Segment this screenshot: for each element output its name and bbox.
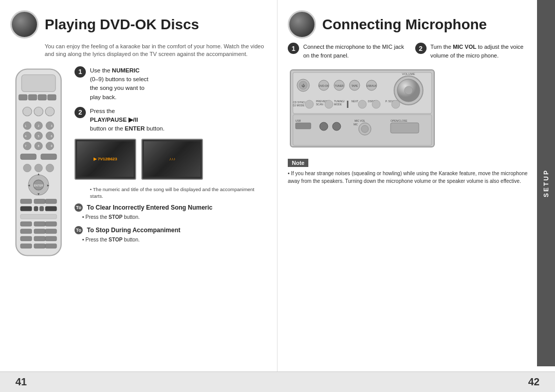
svg-rect-39 (21, 199, 32, 203)
svg-text:3: 3 (51, 124, 52, 127)
screen-2-inner: ♪♪♪ (144, 141, 200, 176)
dvd-disc-icon (10, 10, 39, 39)
svg-rect-49 (45, 221, 57, 226)
svg-rect-57 (34, 244, 45, 248)
callout-1-bullet: Press the STOP button. (82, 214, 267, 221)
step2-bold2: ENTER (125, 125, 145, 132)
step1-bold1: NUMERIC (112, 67, 140, 73)
callout-2-label: To Stop During Accompaniment (87, 227, 180, 234)
svg-point-17 (46, 142, 53, 150)
svg-rect-45 (45, 207, 57, 211)
svg-text:9: 9 (51, 144, 52, 147)
right-header: Connecting Microphone (288, 10, 532, 39)
screen-1-text: ▶ 7V12B623 (94, 157, 117, 161)
callout-1-icon: To (75, 203, 83, 212)
step2-bold: MIC VOL (453, 44, 476, 50)
svg-text:DVD-OK: DVD-OK (319, 84, 329, 87)
svg-rect-27 (21, 154, 36, 159)
right-step-2-number: 2 (415, 43, 427, 54)
step-2-text: Press the PLAY/PAUSE ▶/II button or the … (90, 107, 164, 134)
svg-rect-4 (38, 95, 47, 100)
svg-text:USB: USB (295, 119, 301, 122)
svg-rect-54 (34, 236, 45, 241)
svg-text:ENTER: ENTER (34, 184, 44, 187)
page-number-right: 42 (528, 376, 540, 388)
note-section: Note • If you hear strange noises (squea… (288, 158, 532, 185)
right-step-2-text: Turn the MIC VOL to adjust the voice vol… (431, 43, 532, 60)
screens-row: ▶ 7V12B623 ♪♪♪ (75, 139, 267, 180)
step-1-text: Use the NUMERIC (0–9) buttons to select … (90, 66, 149, 102)
callout-2-bullet: Press the STOP button. (82, 236, 267, 244)
microphone-disc-icon (288, 10, 316, 39)
step2-plain: Turn the (431, 44, 453, 50)
svg-text:MIC: MIC (354, 123, 358, 126)
svg-rect-1 (22, 74, 55, 91)
callout-2-icon: To (75, 226, 83, 234)
svg-text:1: 1 (25, 124, 26, 127)
svg-rect-56 (21, 244, 32, 248)
svg-text:MIC VOL: MIC VOL (355, 119, 365, 122)
svg-point-99 (361, 125, 368, 133)
right-step-1: 1 Connect the microphone to the MIC jack… (288, 43, 405, 60)
svg-point-7 (34, 107, 43, 116)
svg-text:◄: ◄ (27, 183, 31, 187)
svg-text:MODE: MODE (334, 103, 342, 106)
left-section: Playing DVD-OK Discs You can enjoy the f… (0, 0, 278, 371)
svg-rect-3 (28, 95, 36, 100)
right-main: Connecting Microphone 1 Connect the micr… (288, 10, 532, 361)
screen-note: • The numeric and title of the song will… (90, 186, 267, 200)
left-body: 1 2 3 4 5 6 7 8 9 (10, 66, 267, 260)
step2-line1: Press the (90, 108, 115, 114)
step1-line4: play back. (90, 94, 117, 100)
callout-1-label: To Clear Incorrectly Entered Song Numeri… (87, 204, 213, 211)
right-section: Connecting Microphone 1 Connect the micr… (278, 0, 555, 371)
page-numbers-bar: 41 42 (0, 371, 555, 392)
svg-rect-47 (21, 221, 32, 226)
right-steps-row: 1 Connect the microphone to the MIC jack… (288, 43, 532, 60)
svg-rect-58 (45, 244, 57, 248)
svg-rect-41 (45, 199, 57, 203)
svg-point-88 (372, 100, 380, 108)
step-2-row: 2 Press the PLAY/PAUSE ▶/II button or th… (75, 107, 267, 134)
step-1-row: 1 Use the NUMERIC (0–9) buttons to selec… (75, 66, 267, 102)
svg-point-31 (46, 164, 53, 172)
callout-1: To To Clear Incorrectly Entered Song Num… (75, 203, 267, 221)
svg-text:DJ MODE: DJ MODE (293, 104, 305, 107)
screen-2-text: ♪♪♪ (169, 157, 175, 161)
svg-rect-101 (391, 123, 419, 133)
svg-rect-52 (45, 229, 57, 234)
callout-2-icon-text: To (76, 228, 81, 233)
svg-text:TAPE: TAPE (351, 84, 358, 87)
svg-text:OPEN/CLOSE: OPEN/CLOSE (391, 119, 408, 122)
step2-line3: button. (146, 125, 164, 132)
svg-text:6: 6 (51, 134, 52, 137)
svg-point-29 (23, 164, 31, 172)
left-subtitle: You can enjoy the feeling of a karaoke b… (45, 43, 267, 59)
svg-rect-2 (19, 95, 28, 100)
svg-point-94 (320, 122, 328, 130)
svg-text:▼: ▼ (37, 192, 41, 196)
right-title: Connecting Microphone (322, 16, 487, 33)
device-panel-wrapper: ⏻ DVD-OK TUNER TAPE USB/AUX (288, 67, 532, 152)
svg-rect-44 (40, 207, 44, 211)
right-step-2: 2 Turn the MIC VOL to adjust the voice v… (415, 43, 532, 60)
svg-rect-93 (295, 123, 311, 129)
svg-point-30 (34, 164, 42, 172)
svg-text:7: 7 (25, 144, 26, 147)
svg-text:⏻: ⏻ (302, 84, 305, 87)
svg-rect-55 (45, 236, 57, 241)
page-number-left: 41 (15, 376, 27, 388)
svg-point-90 (392, 100, 400, 108)
callout-2: To To Stop During Accompaniment Press th… (75, 226, 267, 244)
svg-text:►: ► (46, 183, 50, 187)
svg-point-74 (404, 86, 413, 95)
svg-point-81 (325, 100, 333, 108)
right-step-1-number: 1 (288, 43, 299, 54)
svg-rect-53 (21, 236, 32, 241)
step2-line2: button or the (90, 125, 123, 132)
step-2-number: 2 (75, 107, 86, 118)
svg-rect-51 (34, 229, 45, 234)
right-wrapper: Connecting Microphone 1 Connect the micr… (288, 10, 545, 361)
left-header: Playing DVD-OK Discs (10, 10, 267, 39)
screen-1: ▶ 7V12B623 (75, 139, 136, 180)
